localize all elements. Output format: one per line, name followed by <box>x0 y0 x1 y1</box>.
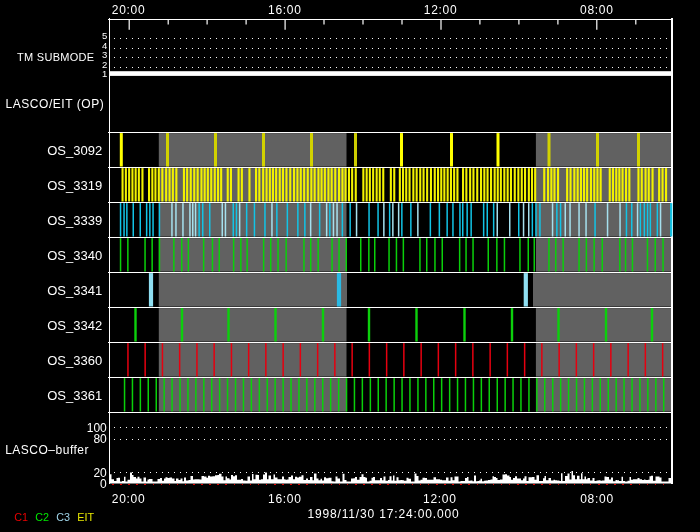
svg-text:0: 0 <box>100 477 107 491</box>
svg-text:C1: C1 <box>14 511 28 523</box>
svg-text:20:00: 20:00 <box>112 492 146 506</box>
svg-text:OS_3319: OS_3319 <box>47 178 102 193</box>
svg-text:OS_3361: OS_3361 <box>47 388 102 403</box>
svg-text:16:00: 16:00 <box>268 3 302 17</box>
svg-text:1: 1 <box>102 68 107 79</box>
svg-text:OS_3092: OS_3092 <box>47 143 102 158</box>
svg-text:OS_3342: OS_3342 <box>47 318 102 333</box>
svg-text:OS_3340: OS_3340 <box>47 248 102 263</box>
svg-text:LASCO–buffer: LASCO–buffer <box>5 443 89 457</box>
svg-text:C2: C2 <box>35 511 49 523</box>
svg-text:EIT: EIT <box>77 511 94 523</box>
svg-text:08:00: 08:00 <box>580 492 614 506</box>
svg-text:80: 80 <box>93 432 107 446</box>
svg-text:OS_3341: OS_3341 <box>47 283 102 298</box>
svg-text:20:00: 20:00 <box>112 3 146 17</box>
svg-text:OS_3339: OS_3339 <box>47 213 102 228</box>
svg-text:TM SUBMODE: TM SUBMODE <box>17 51 95 63</box>
svg-text:16:00: 16:00 <box>268 492 302 506</box>
svg-text:OS_3360: OS_3360 <box>47 353 102 368</box>
svg-text:12:00: 12:00 <box>424 3 458 17</box>
svg-text:12:00: 12:00 <box>423 492 457 506</box>
svg-text:1998/11/30 17:24:00.000: 1998/11/30 17:24:00.000 <box>307 507 459 521</box>
svg-text:08:00: 08:00 <box>580 3 614 17</box>
svg-text:C3: C3 <box>56 511 70 523</box>
svg-text:LASCO/EIT (OP): LASCO/EIT (OP) <box>5 97 104 111</box>
